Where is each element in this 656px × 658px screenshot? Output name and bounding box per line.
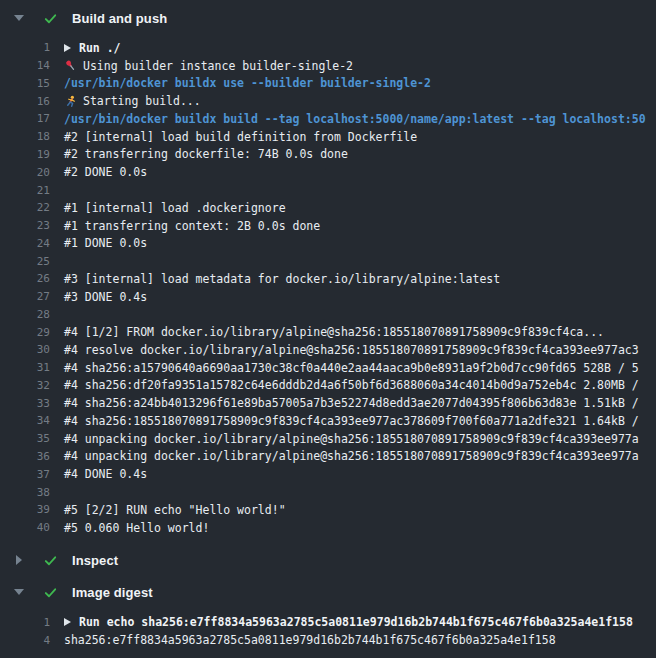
log-text: #1 DONE 0.0s	[64, 236, 147, 250]
log-line: 25	[0, 252, 656, 270]
line-number[interactable]: 17	[0, 112, 50, 125]
log-line: 36#4 unpacking docker.io/library/alpine@…	[0, 448, 656, 466]
log-line: 21	[0, 181, 656, 199]
log-line: 32#4 sha256:df20fa9351a15782c64e6dddb2d4…	[0, 377, 656, 395]
line-number[interactable]: 36	[0, 450, 50, 463]
log-text: #4 sha256:a15790640a6690aa1730c38cf0a440…	[64, 361, 639, 375]
expand-run-group-icon[interactable]	[64, 618, 71, 626]
chevron-down-icon[interactable]	[14, 589, 24, 595]
line-number[interactable]: 14	[0, 59, 50, 72]
line-number[interactable]: 18	[0, 130, 50, 143]
log-text-content: /usr/bin/docker buildx use --builder bui…	[64, 76, 431, 90]
section-header-build-and-push[interactable]: Build and push	[0, 6, 656, 30]
line-number[interactable]: 21	[0, 184, 50, 197]
log-text-content: #4 unpacking docker.io/library/alpine@sh…	[64, 449, 639, 463]
chevron-right-icon[interactable]	[16, 555, 22, 565]
line-number[interactable]: 19	[0, 148, 50, 161]
log-line: 38	[0, 483, 656, 501]
expand-run-group-icon[interactable]	[64, 44, 71, 52]
log-line: 34#4 sha256:185518070891758909c9f839cf4c…	[0, 412, 656, 430]
line-number[interactable]: 29	[0, 326, 50, 339]
log-line: 22#1 [internal] load .dockerignore	[0, 199, 656, 217]
log-text-content: #4 sha256:185518070891758909c9f839cf4ca3…	[64, 414, 639, 428]
check-icon	[43, 585, 58, 600]
log-text-content: #2 transferring dockerfile: 74B 0.0s don…	[64, 147, 348, 161]
chevron-down-icon[interactable]	[14, 15, 24, 21]
log-line: 17/usr/bin/docker buildx build --tag loc…	[0, 110, 656, 128]
log-text-content: #3 [internal] load metadata for docker.i…	[64, 272, 500, 286]
line-number[interactable]: 16	[0, 95, 50, 108]
line-number[interactable]: 37	[0, 468, 50, 481]
log-text: #5 [2/2] RUN echo "Hello world!"	[64, 503, 286, 517]
log-text-content: Run ./	[79, 41, 121, 55]
line-number[interactable]: 25	[0, 255, 50, 268]
log-line: 1Run ./	[0, 39, 656, 57]
log-line: 27#3 DONE 0.4s	[0, 288, 656, 306]
log-line: 15/usr/bin/docker buildx use --builder b…	[0, 75, 656, 93]
log-text-content: /usr/bin/docker buildx build --tag local…	[64, 112, 646, 126]
log-text-content: #2 [internal] load build definition from…	[64, 130, 417, 144]
log-text-content: #1 DONE 0.0s	[64, 236, 147, 250]
line-number[interactable]: 20	[0, 166, 50, 179]
log-text-content: #2 DONE 0.0s	[64, 165, 147, 179]
log-text: Run echo sha256:e7ff8834a5963a2785c5a081…	[64, 615, 633, 629]
line-number[interactable]: 30	[0, 343, 50, 356]
log-text: #4 sha256:a24bb4013296f61e89ba57005a7b3e…	[64, 396, 639, 410]
line-number[interactable]: 27	[0, 290, 50, 303]
log-block-build-and-push: 1Run ./14Using builder instance builder-…	[0, 39, 656, 536]
runner-icon	[64, 95, 77, 108]
log-text: #2 DONE 0.0s	[64, 165, 147, 179]
log-line: 31#4 sha256:a15790640a6690aa1730c38cf0a4…	[0, 359, 656, 377]
line-number[interactable]: 1	[0, 616, 50, 629]
line-number[interactable]: 23	[0, 219, 50, 232]
log-line: 14Using builder instance builder-single-…	[0, 57, 656, 75]
log-text: #4 [1/2] FROM docker.io/library/alpine@s…	[64, 325, 604, 339]
section-title: Image digest	[72, 585, 153, 600]
line-number[interactable]: 26	[0, 272, 50, 285]
line-number[interactable]: 28	[0, 308, 50, 321]
pushpin-icon	[64, 59, 77, 72]
log-text-content: #4 sha256:a15790640a6690aa1730c38cf0a440…	[64, 361, 639, 375]
log-line: 33#4 sha256:a24bb4013296f61e89ba57005a7b…	[0, 394, 656, 412]
log-line: 24#1 DONE 0.0s	[0, 234, 656, 252]
log-line: 35#4 unpacking docker.io/library/alpine@…	[0, 430, 656, 448]
line-number[interactable]: 15	[0, 77, 50, 90]
line-number[interactable]: 35	[0, 432, 50, 445]
log-text: Using builder instance builder-single-2	[64, 59, 353, 73]
log-line: 18#2 [internal] load build definition fr…	[0, 128, 656, 146]
log-text: Run ./	[64, 41, 121, 55]
log-line: 4sha256:e7ff8834a5963a2785c5a0811e979d16…	[0, 631, 656, 649]
log-text-content: #4 [1/2] FROM docker.io/library/alpine@s…	[64, 325, 604, 339]
workflow-log-viewer: Build and push1Run ./14Using builder ins…	[0, 0, 656, 649]
line-number[interactable]: 1	[0, 41, 50, 54]
log-text: #2 transferring dockerfile: 74B 0.0s don…	[64, 147, 348, 161]
line-number[interactable]: 31	[0, 361, 50, 374]
log-text-content: #3 DONE 0.4s	[64, 290, 147, 304]
log-text: #1 [internal] load .dockerignore	[64, 201, 286, 215]
line-number[interactable]: 33	[0, 397, 50, 410]
log-text-content: Starting build...	[83, 94, 201, 108]
line-number[interactable]: 24	[0, 237, 50, 250]
log-line: 39#5 [2/2] RUN echo "Hello world!"	[0, 501, 656, 519]
log-line: 19#2 transferring dockerfile: 74B 0.0s d…	[0, 146, 656, 164]
log-text: #4 sha256:185518070891758909c9f839cf4ca3…	[64, 414, 639, 428]
line-number[interactable]: 38	[0, 486, 50, 499]
log-text: #4 DONE 0.4s	[64, 467, 147, 481]
line-number[interactable]: 4	[0, 634, 50, 647]
log-line: 30#4 resolve docker.io/library/alpine@sh…	[0, 341, 656, 359]
log-text-content: #4 sha256:a24bb4013296f61e89ba57005a7b3e…	[64, 396, 639, 410]
section-header-image-digest[interactable]: Image digest	[0, 580, 656, 604]
line-number[interactable]: 34	[0, 414, 50, 427]
log-text: #4 sha256:df20fa9351a15782c64e6dddb2d4a6…	[64, 378, 639, 392]
log-line: 37#4 DONE 0.4s	[0, 465, 656, 483]
log-block-image-digest: 1Run echo sha256:e7ff8834a5963a2785c5a08…	[0, 613, 656, 649]
log-text: #3 [internal] load metadata for docker.i…	[64, 272, 500, 286]
line-number[interactable]: 22	[0, 201, 50, 214]
section-header-inspect[interactable]: Inspect	[0, 548, 656, 572]
line-number[interactable]: 40	[0, 521, 50, 534]
check-icon	[43, 11, 58, 26]
log-line: 23#1 transferring context: 2B 0.0s done	[0, 217, 656, 235]
line-number[interactable]: 39	[0, 503, 50, 516]
log-line: 29#4 [1/2] FROM docker.io/library/alpine…	[0, 323, 656, 341]
line-number[interactable]: 32	[0, 379, 50, 392]
